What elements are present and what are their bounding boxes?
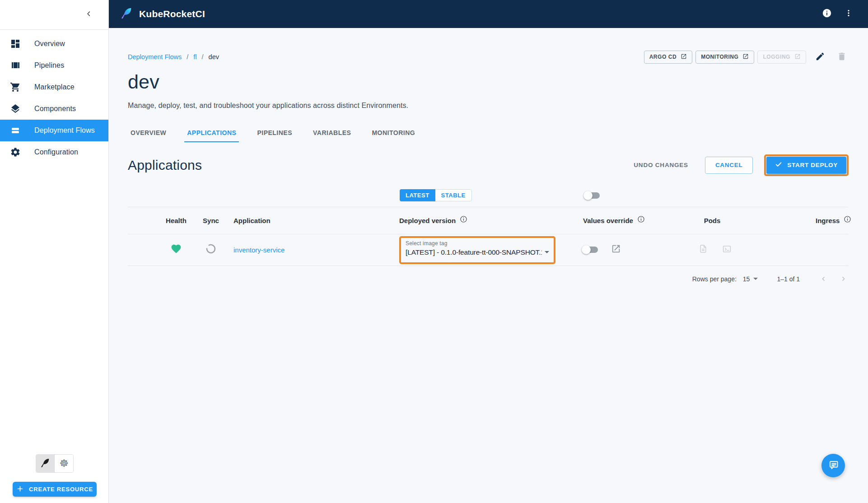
table-toolbar: LATEST STABLE	[128, 189, 849, 202]
gear-icon	[10, 147, 21, 158]
app-logo[interactable]: KubeRocketCI	[120, 6, 205, 22]
start-deploy-button[interactable]: START DEPLOY	[766, 157, 846, 174]
tab-overview[interactable]: OVERVIEW	[128, 129, 169, 142]
switch-thumb	[583, 191, 593, 200]
page-subtitle: Manage, deploy, test, and troubleshoot y…	[128, 102, 849, 110]
sync-status-cell	[205, 243, 216, 256]
select-caret-icon	[545, 251, 549, 253]
argocd-link-label: ARGO CD	[649, 54, 677, 60]
kubernetes-view-button[interactable]: ☸	[55, 455, 73, 472]
breadcrumb-flow[interactable]: fl	[193, 53, 196, 61]
check-icon	[775, 161, 782, 169]
sidebar-item-label: Deployment Flows	[34, 126, 95, 135]
pagination-range: 1–1 of 1	[777, 275, 800, 283]
tab-monitoring[interactable]: MONITORING	[369, 129, 418, 142]
select-caret-icon	[753, 278, 758, 280]
sidebar-item-label: Overview	[34, 40, 65, 48]
breadcrumb: Deployment Flows / fl / dev	[128, 53, 219, 61]
monitoring-link-label: MONITORING	[701, 54, 738, 60]
bulk-values-override-switch[interactable]	[585, 191, 600, 200]
undo-changes-button[interactable]: UNDO CHANGES	[634, 162, 688, 168]
health-status-cell	[171, 243, 182, 256]
application-link[interactable]: inventory-service	[233, 246, 285, 254]
column-header-health: Health	[166, 217, 187, 224]
latest-toggle-button[interactable]: LATEST	[400, 189, 435, 201]
main-region: KubeRocketCI Deployment Flows / fl	[109, 0, 868, 503]
more-menu-button[interactable]	[841, 6, 856, 22]
sidebar-collapse-button[interactable]	[82, 9, 95, 21]
applications-section-header: Applications UNDO CHANGES CANCEL START D…	[128, 154, 849, 176]
app-title: KubeRocketCI	[139, 9, 205, 19]
values-override-switch[interactable]	[583, 245, 598, 254]
sidebar-item-configuration[interactable]: Configuration	[0, 141, 108, 163]
tab-variables[interactable]: VARIABLES	[310, 129, 354, 142]
applications-table: Health Sync Application Deployed version	[128, 207, 849, 266]
app-header: KubeRocketCI	[109, 0, 868, 28]
open-in-new-icon	[794, 53, 801, 61]
applications-heading: Applications	[128, 158, 202, 173]
chevron-left-icon	[85, 10, 92, 19]
argocd-link-button[interactable]: ARGO CD	[644, 51, 693, 64]
create-resource-label: CREATE RESOURCE	[29, 486, 93, 493]
pencil-icon	[815, 51, 825, 63]
open-in-new-icon	[742, 53, 749, 61]
image-tag-select-value: [LATEST] - 0.1.0-feature-tt-000-SNAPSHOT…	[406, 248, 542, 256]
application-cell: inventory-service	[233, 246, 285, 254]
info-button[interactable]	[819, 6, 835, 22]
provider-toggle-group: ☸	[36, 454, 74, 473]
plus-icon	[16, 485, 24, 494]
stable-toggle-button[interactable]: STABLE	[435, 189, 472, 201]
shopping-cart-icon	[10, 82, 21, 93]
open-in-new-icon	[681, 53, 687, 61]
info-icon	[822, 8, 832, 20]
image-tag-select-highlight: Select image tag [LATEST] - 0.1.0-featur…	[399, 236, 555, 264]
info-circle-icon[interactable]	[844, 215, 851, 224]
open-in-new-icon	[611, 244, 621, 256]
column-label: Ingress	[816, 217, 840, 224]
image-tag-select-label: Select image tag	[406, 240, 549, 247]
column-label: Application	[233, 217, 271, 224]
chat-bubble-icon	[828, 460, 839, 472]
column-label: Pods	[704, 217, 721, 224]
create-resource-button[interactable]: CREATE RESOURCE	[13, 482, 97, 497]
info-circle-icon[interactable]	[637, 215, 645, 224]
rows-per-page-value: 15	[743, 275, 750, 283]
sidebar-item-pipelines[interactable]: Pipelines	[0, 55, 108, 76]
deployment-flows-icon	[10, 125, 21, 136]
column-label: Deployed version	[399, 217, 456, 224]
sidebar-item-label: Marketplace	[34, 83, 75, 91]
sidebar-nav: Overview Pipelines Marketplace Component…	[0, 30, 108, 163]
column-header-sync: Sync	[203, 217, 219, 224]
monitoring-link-button[interactable]: MONITORING	[695, 51, 754, 64]
sidebar-item-label: Pipelines	[34, 61, 64, 70]
layers-icon	[10, 103, 21, 114]
breadcrumb-separator: /	[187, 53, 188, 61]
values-override-open-button[interactable]	[610, 244, 622, 256]
cancel-button[interactable]: CANCEL	[705, 157, 753, 174]
rocket-logo-icon	[120, 6, 133, 22]
tab-pipelines[interactable]: PIPELINES	[254, 129, 295, 142]
logging-link-label: LOGGING	[763, 54, 790, 60]
info-circle-icon[interactable]	[460, 215, 467, 224]
column-label: Values override	[583, 217, 633, 224]
breadcrumb-current: dev	[209, 53, 219, 61]
image-tag-select[interactable]: Select image tag [LATEST] - 0.1.0-featur…	[406, 240, 549, 256]
breadcrumb-deployment-flows[interactable]: Deployment Flows	[128, 53, 182, 61]
sidebar-item-overview[interactable]: Overview	[0, 33, 108, 55]
terminal-icon	[722, 244, 732, 256]
column-label: Health	[166, 217, 187, 224]
edit-environment-button[interactable]	[813, 50, 827, 64]
table-pagination: Rows per page: 15 1–1 of 1	[128, 266, 849, 292]
tab-applications[interactable]: APPLICATIONS	[184, 129, 239, 142]
next-page-button	[838, 274, 849, 284]
sidebar-item-deployment-flows[interactable]: Deployment Flows	[0, 120, 108, 141]
sidebar-item-components[interactable]: Components	[0, 98, 108, 120]
table-row: inventory-service Select image tag [LATE…	[128, 234, 849, 266]
kuberocketci-view-button[interactable]	[36, 455, 55, 472]
start-deploy-label: START DEPLOY	[787, 162, 838, 168]
column-header-values-override: Values override	[583, 216, 645, 224]
chat-fab-button[interactable]	[821, 454, 845, 477]
sidebar-item-marketplace[interactable]: Marketplace	[0, 76, 108, 98]
rows-per-page-select[interactable]: 15	[743, 275, 758, 283]
sidebar-item-label: Configuration	[34, 148, 78, 156]
